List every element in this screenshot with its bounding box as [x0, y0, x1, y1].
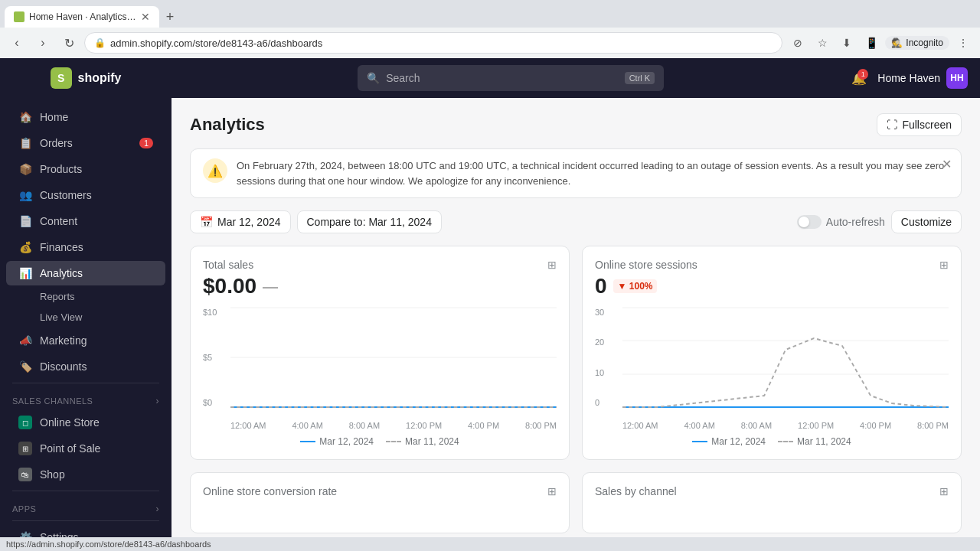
online-sessions-plot [622, 308, 949, 407]
settings-icon: ⚙️ [18, 530, 32, 537]
incognito-icon: 🕵 [891, 37, 903, 48]
compare-date-button[interactable]: Compare to: Mar 11, 2024 [297, 210, 442, 233]
total-sales-plot [230, 308, 557, 407]
reload-button[interactable]: ↻ [58, 32, 80, 54]
sessions-legend-compare: Mar 11, 2024 [778, 436, 851, 447]
app-container: S shopify 🏠 Home 📋 Orders 1 📦 Products 👥… [0, 58, 980, 537]
sidebar-item-online-store[interactable]: ◻ Online Store [6, 410, 165, 435]
sidebar-item-finances[interactable]: 💰 Finances [6, 235, 165, 259]
new-tab-button[interactable]: + [159, 6, 181, 28]
sidebar-item-settings[interactable]: ⚙️ Settings [6, 525, 165, 537]
current-date-button[interactable]: 📅 Mar 12, 2024 [190, 210, 291, 233]
back-button[interactable]: ‹ [6, 32, 28, 54]
sidebar-label-finances: Finances [40, 241, 83, 253]
tab-favicon [14, 11, 24, 22]
toggle-knob [799, 217, 809, 227]
sidebar-item-pos[interactable]: ⊞ Point of Sale [6, 436, 165, 461]
online-sessions-label: Online store sessions [595, 259, 697, 271]
sessions-legend-compare-line [778, 441, 793, 442]
legend-current-label: Mar 12, 2024 [319, 436, 374, 447]
conversion-rate-expand-icon[interactable]: ⊞ [547, 485, 557, 497]
date-right: Auto-refresh Customize [797, 210, 962, 233]
sidebar-item-home[interactable]: 🏠 Home [6, 105, 165, 129]
store-name: Home Haven [877, 72, 940, 84]
sales-by-channel-label: Sales by channel [595, 485, 677, 497]
notifications-button[interactable]: 🔔 1 [847, 66, 871, 90]
status-bar: https://admin.shopify.com/store/de8143-a… [0, 537, 980, 551]
search-bar[interactable]: 🔍 Ctrl K [358, 65, 664, 91]
sidebar-label-marketing: Marketing [40, 334, 87, 347]
sidebar-item-analytics[interactable]: 📊 Analytics [6, 261, 165, 285]
fullscreen-button[interactable]: ⛶ Fullscreen [877, 113, 962, 136]
sidebar-label-orders: Orders [40, 137, 73, 149]
apps-label: Apps [12, 504, 36, 514]
tab-close-button[interactable]: ✕ [141, 11, 150, 23]
sessions-legend-current-line [692, 441, 707, 442]
sidebar-item-content[interactable]: 📄 Content [6, 209, 165, 233]
sidebar-label-customers: Customers [40, 189, 92, 201]
online-sessions-xaxis: 12:00 AM 4:00 AM 8:00 AM 12:00 PM 4:00 P… [622, 421, 949, 430]
online-sessions-card: Online store sessions ⊞ 0 ▼ 100% 30 20 1… [582, 246, 962, 460]
legend-compare: Mar 11, 2024 [386, 436, 459, 447]
shopify-logo-text: shopify [78, 71, 122, 85]
sidebar-item-live-view[interactable]: Live View [6, 308, 165, 327]
content-icon: 📄 [18, 214, 32, 228]
phone-icon[interactable]: 📱 [861, 32, 882, 54]
browser-tab-active[interactable]: Home Haven · Analytics · Shopi ✕ [5, 6, 159, 28]
total-sales-legend: Mar 12, 2024 Mar 11, 2024 [203, 436, 557, 447]
sidebar-item-shop[interactable]: 🛍 Shop [6, 462, 165, 487]
total-sales-chart-area: $10 $5 $0 [203, 308, 557, 430]
sales-by-channel-expand-icon[interactable]: ⊞ [939, 485, 949, 497]
sessions-change-badge: ▼ 100% [613, 279, 658, 293]
top-nav-right: 🔍 Ctrl K 🔔 1 Home Haven HH [172, 58, 980, 98]
legend-current: Mar 12, 2024 [300, 436, 374, 447]
charts-grid: Total sales ⊞ $0.00 — $10 $5 $0 [172, 246, 980, 472]
sidebar-label-pos: Point of Sale [40, 442, 100, 455]
customize-button[interactable]: Customize [891, 210, 962, 233]
sidebar-label-shop: Shop [40, 468, 65, 481]
sales-channels-label: Sales channels [12, 396, 93, 406]
conversion-rate-card: Online store conversion rate ⊞ [190, 472, 570, 533]
sidebar-label-settings: Settings [40, 531, 79, 537]
bottom-charts-row: Online store conversion rate ⊞ Sales by … [172, 472, 980, 537]
marketing-icon: 📣 [18, 334, 32, 347]
total-sales-yaxis: $10 $5 $0 [203, 308, 227, 407]
forward-button[interactable]: › [32, 32, 54, 54]
sidebar-item-reports[interactable]: Reports [6, 287, 165, 306]
total-sales-expand-icon[interactable]: ⊞ [547, 259, 557, 271]
store-button[interactable]: Home Haven HH [877, 67, 968, 89]
browser-chrome: Home Haven · Analytics · Shopi ✕ + ‹ › ↻… [0, 0, 980, 58]
bookmark-icon[interactable]: ☆ [812, 32, 833, 54]
cast-icon[interactable]: ⊘ [787, 32, 808, 54]
sidebar-item-products[interactable]: 📦 Products [6, 157, 165, 181]
alert-close-button[interactable]: ✕ [942, 157, 952, 171]
conversion-rate-label: Online store conversion rate [203, 485, 337, 497]
address-bar[interactable]: 🔒 admin.shopify.com/store/de8143-a6/dash… [84, 32, 782, 54]
incognito-button[interactable]: 🕵 Incognito [885, 36, 949, 50]
toolbar-actions: ⊘ ☆ ⬇ 📱 🕵 Incognito ⋮ [787, 32, 974, 54]
orders-badge: 1 [139, 138, 153, 148]
conversion-rate-header: Online store conversion rate ⊞ [203, 485, 557, 497]
products-icon: 📦 [18, 162, 32, 176]
search-icon: 🔍 [367, 72, 380, 84]
page-title: Analytics [190, 115, 265, 135]
total-sales-value: $0.00 — [203, 274, 557, 298]
sidebar-item-customers[interactable]: 👥 Customers [6, 183, 165, 207]
sessions-legend-current: Mar 12, 2024 [692, 436, 766, 447]
shop-icon: 🛍 [18, 468, 32, 481]
download-icon[interactable]: ⬇ [836, 32, 858, 54]
sidebar-item-discounts[interactable]: 🏷️ Discounts [6, 354, 165, 379]
fullscreen-icon: ⛶ [887, 119, 897, 131]
menu-icon[interactable]: ⋮ [952, 32, 974, 54]
home-icon: 🏠 [18, 110, 32, 124]
orders-icon: 📋 [18, 136, 32, 150]
sidebar-item-orders[interactable]: 📋 Orders 1 [6, 131, 165, 155]
auto-refresh-toggle[interactable] [797, 215, 822, 229]
apps-section: Apps › [0, 494, 172, 517]
search-input[interactable] [386, 72, 619, 84]
online-sessions-expand-icon[interactable]: ⊞ [939, 259, 949, 271]
sidebar-label-analytics: Analytics [40, 267, 83, 279]
discounts-icon: 🏷️ [18, 360, 32, 373]
date-controls: 📅 Mar 12, 2024 Compare to: Mar 11, 2024 … [172, 210, 980, 246]
sidebar-item-marketing[interactable]: 📣 Marketing [6, 328, 165, 353]
